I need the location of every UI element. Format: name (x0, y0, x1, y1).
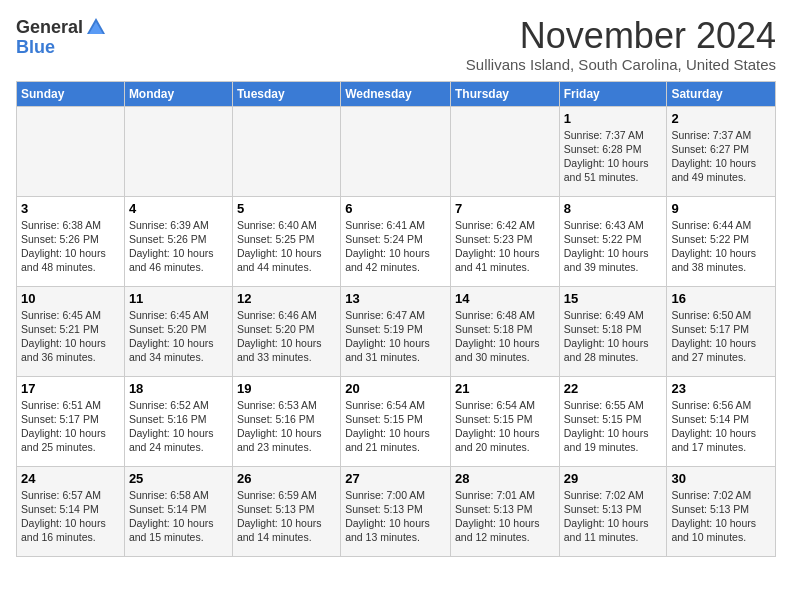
day-info: Sunrise: 6:41 AM Sunset: 5:24 PM Dayligh… (345, 218, 446, 275)
calendar-cell: 11Sunrise: 6:45 AM Sunset: 5:20 PM Dayli… (124, 286, 232, 376)
day-info: Sunrise: 6:50 AM Sunset: 5:17 PM Dayligh… (671, 308, 771, 365)
calendar-cell (341, 106, 451, 196)
day-info: Sunrise: 7:01 AM Sunset: 5:13 PM Dayligh… (455, 488, 555, 545)
calendar-cell: 15Sunrise: 6:49 AM Sunset: 5:18 PM Dayli… (559, 286, 667, 376)
day-info: Sunrise: 6:42 AM Sunset: 5:23 PM Dayligh… (455, 218, 555, 275)
day-number: 24 (21, 471, 120, 486)
calendar-cell: 20Sunrise: 6:54 AM Sunset: 5:15 PM Dayli… (341, 376, 451, 466)
day-number: 11 (129, 291, 228, 306)
day-info: Sunrise: 6:54 AM Sunset: 5:15 PM Dayligh… (345, 398, 446, 455)
calendar-cell: 22Sunrise: 6:55 AM Sunset: 5:15 PM Dayli… (559, 376, 667, 466)
day-number: 29 (564, 471, 663, 486)
day-number: 23 (671, 381, 771, 396)
calendar-cell: 8Sunrise: 6:43 AM Sunset: 5:22 PM Daylig… (559, 196, 667, 286)
day-info: Sunrise: 6:47 AM Sunset: 5:19 PM Dayligh… (345, 308, 446, 365)
calendar-cell: 4Sunrise: 6:39 AM Sunset: 5:26 PM Daylig… (124, 196, 232, 286)
month-title: November 2024 (466, 16, 776, 56)
day-number: 8 (564, 201, 663, 216)
day-number: 27 (345, 471, 446, 486)
day-number: 25 (129, 471, 228, 486)
title-block: November 2024 Sullivans Island, South Ca… (466, 16, 776, 73)
calendar-cell: 25Sunrise: 6:58 AM Sunset: 5:14 PM Dayli… (124, 466, 232, 556)
day-number: 6 (345, 201, 446, 216)
calendar-cell: 23Sunrise: 6:56 AM Sunset: 5:14 PM Dayli… (667, 376, 776, 466)
day-number: 9 (671, 201, 771, 216)
calendar-cell: 18Sunrise: 6:52 AM Sunset: 5:16 PM Dayli… (124, 376, 232, 466)
header-day-thursday: Thursday (450, 81, 559, 106)
day-number: 17 (21, 381, 120, 396)
calendar-cell: 26Sunrise: 6:59 AM Sunset: 5:13 PM Dayli… (232, 466, 340, 556)
calendar-cell (124, 106, 232, 196)
calendar-cell: 2Sunrise: 7:37 AM Sunset: 6:27 PM Daylig… (667, 106, 776, 196)
day-info: Sunrise: 6:49 AM Sunset: 5:18 PM Dayligh… (564, 308, 663, 365)
calendar-body: 1Sunrise: 7:37 AM Sunset: 6:28 PM Daylig… (17, 106, 776, 556)
day-number: 5 (237, 201, 336, 216)
week-row-5: 24Sunrise: 6:57 AM Sunset: 5:14 PM Dayli… (17, 466, 776, 556)
day-info: Sunrise: 6:55 AM Sunset: 5:15 PM Dayligh… (564, 398, 663, 455)
day-number: 18 (129, 381, 228, 396)
day-info: Sunrise: 6:52 AM Sunset: 5:16 PM Dayligh… (129, 398, 228, 455)
logo-blue-text: Blue (16, 38, 55, 56)
day-number: 12 (237, 291, 336, 306)
calendar-cell: 7Sunrise: 6:42 AM Sunset: 5:23 PM Daylig… (450, 196, 559, 286)
calendar-cell: 13Sunrise: 6:47 AM Sunset: 5:19 PM Dayli… (341, 286, 451, 376)
calendar-cell: 5Sunrise: 6:40 AM Sunset: 5:25 PM Daylig… (232, 196, 340, 286)
day-number: 21 (455, 381, 555, 396)
day-info: Sunrise: 6:44 AM Sunset: 5:22 PM Dayligh… (671, 218, 771, 275)
day-info: Sunrise: 6:54 AM Sunset: 5:15 PM Dayligh… (455, 398, 555, 455)
calendar-cell: 16Sunrise: 6:50 AM Sunset: 5:17 PM Dayli… (667, 286, 776, 376)
week-row-2: 3Sunrise: 6:38 AM Sunset: 5:26 PM Daylig… (17, 196, 776, 286)
header-day-sunday: Sunday (17, 81, 125, 106)
calendar-cell: 27Sunrise: 7:00 AM Sunset: 5:13 PM Dayli… (341, 466, 451, 556)
day-number: 22 (564, 381, 663, 396)
day-info: Sunrise: 7:37 AM Sunset: 6:28 PM Dayligh… (564, 128, 663, 185)
day-info: Sunrise: 7:02 AM Sunset: 5:13 PM Dayligh… (671, 488, 771, 545)
calendar-cell (450, 106, 559, 196)
day-number: 14 (455, 291, 555, 306)
day-info: Sunrise: 6:59 AM Sunset: 5:13 PM Dayligh… (237, 488, 336, 545)
header-day-friday: Friday (559, 81, 667, 106)
logo-general-text: General (16, 18, 83, 36)
calendar-cell: 29Sunrise: 7:02 AM Sunset: 5:13 PM Dayli… (559, 466, 667, 556)
day-info: Sunrise: 6:45 AM Sunset: 5:20 PM Dayligh… (129, 308, 228, 365)
day-info: Sunrise: 6:45 AM Sunset: 5:21 PM Dayligh… (21, 308, 120, 365)
day-info: Sunrise: 6:38 AM Sunset: 5:26 PM Dayligh… (21, 218, 120, 275)
header-day-tuesday: Tuesday (232, 81, 340, 106)
calendar-cell: 21Sunrise: 6:54 AM Sunset: 5:15 PM Dayli… (450, 376, 559, 466)
calendar-cell: 12Sunrise: 6:46 AM Sunset: 5:20 PM Dayli… (232, 286, 340, 376)
calendar-cell: 10Sunrise: 6:45 AM Sunset: 5:21 PM Dayli… (17, 286, 125, 376)
calendar-cell (232, 106, 340, 196)
day-info: Sunrise: 6:43 AM Sunset: 5:22 PM Dayligh… (564, 218, 663, 275)
day-info: Sunrise: 6:51 AM Sunset: 5:17 PM Dayligh… (21, 398, 120, 455)
calendar-cell: 3Sunrise: 6:38 AM Sunset: 5:26 PM Daylig… (17, 196, 125, 286)
header-row: SundayMondayTuesdayWednesdayThursdayFrid… (17, 81, 776, 106)
week-row-1: 1Sunrise: 7:37 AM Sunset: 6:28 PM Daylig… (17, 106, 776, 196)
day-info: Sunrise: 6:56 AM Sunset: 5:14 PM Dayligh… (671, 398, 771, 455)
day-number: 1 (564, 111, 663, 126)
day-info: Sunrise: 6:40 AM Sunset: 5:25 PM Dayligh… (237, 218, 336, 275)
day-number: 20 (345, 381, 446, 396)
day-number: 7 (455, 201, 555, 216)
calendar-cell (17, 106, 125, 196)
calendar-cell: 17Sunrise: 6:51 AM Sunset: 5:17 PM Dayli… (17, 376, 125, 466)
logo: General Blue (16, 16, 107, 56)
calendar-cell: 19Sunrise: 6:53 AM Sunset: 5:16 PM Dayli… (232, 376, 340, 466)
day-number: 28 (455, 471, 555, 486)
header-day-saturday: Saturday (667, 81, 776, 106)
day-info: Sunrise: 6:53 AM Sunset: 5:16 PM Dayligh… (237, 398, 336, 455)
calendar-cell: 9Sunrise: 6:44 AM Sunset: 5:22 PM Daylig… (667, 196, 776, 286)
day-info: Sunrise: 6:48 AM Sunset: 5:18 PM Dayligh… (455, 308, 555, 365)
day-number: 15 (564, 291, 663, 306)
day-number: 30 (671, 471, 771, 486)
day-number: 16 (671, 291, 771, 306)
day-number: 10 (21, 291, 120, 306)
day-number: 26 (237, 471, 336, 486)
day-number: 2 (671, 111, 771, 126)
calendar-table: SundayMondayTuesdayWednesdayThursdayFrid… (16, 81, 776, 557)
day-number: 4 (129, 201, 228, 216)
week-row-3: 10Sunrise: 6:45 AM Sunset: 5:21 PM Dayli… (17, 286, 776, 376)
calendar-cell: 1Sunrise: 7:37 AM Sunset: 6:28 PM Daylig… (559, 106, 667, 196)
day-info: Sunrise: 6:46 AM Sunset: 5:20 PM Dayligh… (237, 308, 336, 365)
day-info: Sunrise: 6:58 AM Sunset: 5:14 PM Dayligh… (129, 488, 228, 545)
day-number: 13 (345, 291, 446, 306)
